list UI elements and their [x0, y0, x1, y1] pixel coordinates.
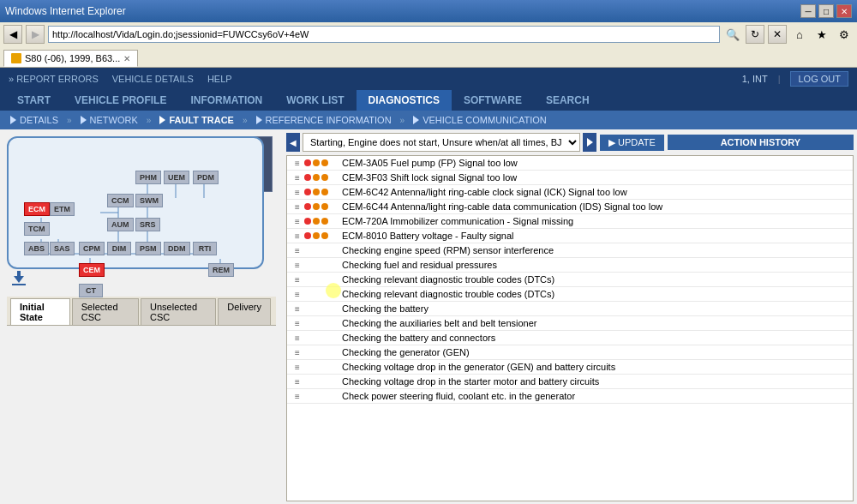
sub-nav: DETAILS » NETWORK » FAULT TRACE » REFERE… [0, 111, 857, 129]
tab-close-button[interactable]: ✕ [123, 54, 130, 63]
tab-search[interactable]: SEARCH [534, 90, 602, 111]
ecu-cpm[interactable]: CPM [79, 242, 105, 255]
tab-work-list[interactable]: WORK LIST [274, 90, 356, 111]
menu-icon-11: ≡ [291, 304, 304, 314]
dot-orange-4 [321, 174, 328, 181]
subnav-network[interactable]: NETWORK [75, 113, 143, 127]
fault-update-area: ◀ Starting, Engine does not start, Unsur… [286, 133, 854, 152]
fault-text-12: Checking the auxiliaries belt and belt t… [339, 318, 849, 328]
ecu-tcm[interactable]: TCM [24, 222, 50, 236]
ecu-ccm[interactable]: CCM [107, 194, 134, 207]
browser-tab[interactable]: S80 (-06), 1999, B63... ✕ [3, 50, 138, 67]
fault-list[interactable]: ≡ CEM-3A05 Fuel pump (FP) Signal too low… [286, 155, 854, 501]
subnav-fault-trace[interactable]: FAULT TRACE [154, 113, 239, 127]
tab-information[interactable]: INFORMATION [178, 90, 274, 111]
fault-item-5[interactable]: ≡ ECM-720A Immobilizer communication - S… [287, 214, 853, 229]
tools-icon[interactable]: ⚙ [835, 25, 854, 44]
fault-item-15[interactable]: ≡ Checking voltage drop in the generator… [287, 360, 853, 375]
report-errors-link[interactable]: » REPORT ERRORS [9, 74, 99, 84]
tab-software[interactable]: SOFTWARE [452, 90, 534, 111]
ecu-phm[interactable]: PHM [135, 171, 161, 184]
subnav-separator-1: » [67, 116, 72, 125]
maximize-button[interactable]: □ [818, 4, 834, 18]
search-icon[interactable]: 🔍 [723, 25, 742, 44]
fault-dropdown[interactable]: Starting, Engine does not start, Unsure … [303, 133, 580, 152]
update-button[interactable]: ▶ UPDATE [600, 135, 664, 151]
dot-red-6 [304, 232, 311, 239]
ecu-swm[interactable]: SWM [135, 194, 163, 207]
home-icon[interactable]: ⌂ [790, 25, 809, 44]
ecu-aum[interactable]: AUM [107, 218, 134, 231]
favicon [11, 53, 21, 63]
ecu-ecm[interactable]: ECM [24, 202, 50, 216]
ecu-ddm[interactable]: DDM [164, 242, 190, 255]
fault-item-6[interactable]: ≡ ECM-8010 Battery voltage - Faulty sign… [287, 229, 853, 243]
tab-bar: S80 (-06), 1999, B63... ✕ [0, 46, 857, 67]
fault-item-7[interactable]: ≡ Checking engine speed (RPM) sensor int… [287, 243, 853, 258]
vehicle-details-link[interactable]: VEHICLE DETAILS [112, 74, 194, 84]
reference-arrow-icon [256, 116, 262, 124]
refresh-button[interactable]: ↻ [746, 25, 764, 44]
subnav-vehicle-comm[interactable]: VEHICLE COMMUNICATION [408, 113, 552, 127]
subnav-details[interactable]: DETAILS [5, 113, 63, 127]
ecu-dim[interactable]: DIM [107, 242, 131, 255]
fault-text-5: ECM-720A Immobilizer communication - Sig… [339, 216, 849, 226]
fault-text-3: CEM-6C42 Antenna/light ring-cable clock … [339, 187, 849, 197]
ecu-uem[interactable]: UEM [164, 171, 189, 184]
fault-area: ◀ Starting, Engine does not start, Unsur… [283, 129, 857, 504]
address-bar[interactable] [48, 26, 720, 43]
subnav-reference-info[interactable]: REFERENCE INFORMATION [251, 113, 397, 127]
fault-item-16[interactable]: ≡ Checking voltage drop in the starter m… [287, 375, 853, 389]
ecu-etm[interactable]: ETM [50, 202, 75, 216]
tab-initial-state[interactable]: Initial State [10, 298, 70, 325]
fault-text-9: Checking relevant diagnostic trouble cod… [339, 274, 849, 285]
tab-unselected-csc[interactable]: Unselected CSC [141, 298, 216, 325]
fault-item-9[interactable]: ≡ Checking relevant diagnostic trouble c… [287, 273, 853, 287]
vehicle-comm-arrow-icon [413, 116, 419, 124]
ecu-rti[interactable]: RTI [193, 242, 217, 255]
tab-vehicle-profile[interactable]: VEHICLE PROFILE [63, 90, 178, 111]
menu-icon-16: ≡ [291, 377, 304, 387]
fault-item-17[interactable]: ≡ Check power steering fluid, coolant et… [287, 389, 853, 404]
header-right: 1, INT | LOG OUT [742, 71, 848, 87]
tab-selected-csc[interactable]: Selected CSC [72, 298, 139, 325]
back-button[interactable]: ◀ [3, 25, 22, 44]
fault-text-16: Checking voltage drop in the starter mot… [339, 376, 849, 387]
fault-item-8[interactable]: ≡ Checking fuel and residual pressures [287, 258, 853, 273]
ecu-psm[interactable]: PSM [135, 242, 161, 255]
action-history-label: ACTION HISTORY [668, 135, 854, 150]
fault-item-3[interactable]: ≡ CEM-6C42 Antenna/light ring-cable cloc… [287, 185, 853, 200]
fault-item-11[interactable]: ≡ Checking the battery [287, 302, 853, 316]
forward-button[interactable]: ▶ [26, 25, 45, 44]
download-icon[interactable] [10, 269, 279, 290]
ecu-srs[interactable]: SRS [135, 218, 160, 231]
fault-item-14[interactable]: ≡ Checking the generator (GEN) [287, 345, 853, 360]
tab-start[interactable]: START [5, 90, 63, 111]
stop-button[interactable]: ✕ [768, 25, 787, 44]
fault-item-2[interactable]: ≡ CEM-3F03 Shift lock signal Signal too … [287, 171, 853, 185]
fault-item-1[interactable]: ≡ CEM-3A05 Fuel pump (FP) Signal too low [287, 156, 853, 171]
fault-item-12[interactable]: ≡ Checking the auxiliaries belt and belt… [287, 316, 853, 331]
ecu-abs[interactable]: ABS [24, 242, 49, 255]
fault-item-13[interactable]: ≡ Checking the battery and connectors [287, 331, 853, 345]
fault-item-4[interactable]: ≡ CEM-6C44 Antenna/light ring-cable data… [287, 200, 853, 214]
ecu-sas[interactable]: SAS [50, 242, 75, 255]
download-svg [10, 269, 27, 286]
fault-play-button[interactable] [583, 133, 596, 152]
favorites-icon[interactable]: ★ [812, 25, 831, 44]
help-link[interactable]: HELP [207, 74, 232, 84]
fault-item-10[interactable]: ≡ Checking relevant diagnostic trouble c… [287, 287, 853, 302]
menu-icon-12: ≡ [291, 319, 304, 328]
fault-left-arrow[interactable]: ◀ [286, 133, 300, 152]
minimize-button[interactable]: ─ [800, 4, 816, 18]
fault-text-10: Checking relevant diagnostic trouble cod… [339, 289, 849, 299]
dot-orange-6 [321, 189, 328, 195]
title-bar: Windows Internet Explorer ─ □ ✕ [0, 0, 857, 22]
tab-delivery[interactable]: Delivery [218, 298, 271, 325]
tab-diagnostics[interactable]: DIAGNOSTICS [357, 90, 452, 111]
ecu-pdm[interactable]: PDM [193, 171, 219, 184]
dot-orange-10 [321, 218, 328, 225]
logout-button[interactable]: LOG OUT [790, 71, 848, 87]
fault-text-7: Checking engine speed (RPM) sensor inter… [339, 245, 849, 255]
close-button[interactable]: ✕ [836, 4, 852, 18]
